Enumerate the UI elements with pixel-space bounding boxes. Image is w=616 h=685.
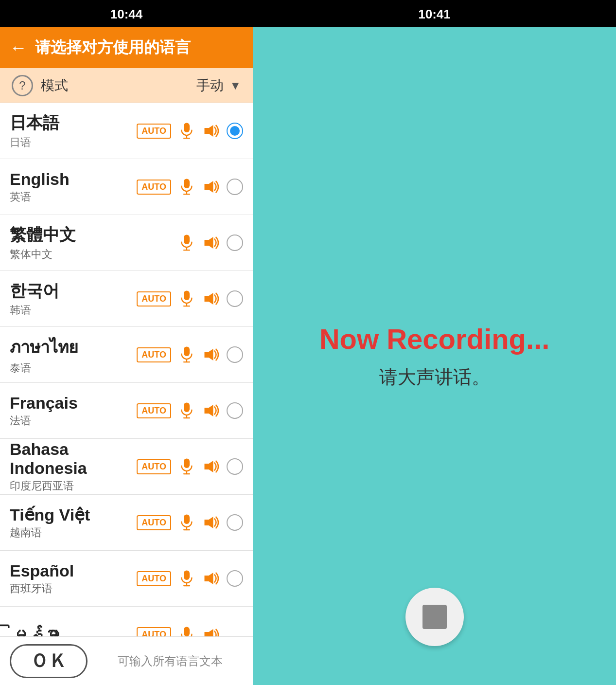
lang-name-block: 日本語 日语 (10, 112, 137, 150)
mic-icon[interactable] (178, 290, 195, 307)
back-button[interactable]: ← (10, 37, 27, 58)
mic-icon[interactable] (178, 626, 195, 637)
lang-controls: AUTO (137, 178, 243, 196)
lang-name-main: 한국어 (10, 280, 137, 302)
list-item[interactable]: Español 西班牙语 AUTO (0, 551, 253, 607)
radio-button[interactable] (227, 346, 243, 363)
list-item[interactable]: 한국어 韩语 AUTO (0, 271, 253, 327)
speaker-icon[interactable] (202, 458, 220, 475)
radio-button[interactable] (227, 179, 243, 195)
radio-button[interactable] (227, 290, 243, 307)
radio-button[interactable] (227, 234, 243, 251)
lang-name-block: English 英语 (10, 170, 137, 204)
recording-area: Now Recording... 请大声讲话。 (253, 27, 616, 685)
mic-icon[interactable] (178, 570, 195, 587)
speaker-icon[interactable] (202, 178, 220, 196)
right-panel: 10:41 Now Recording... 请大声讲话。 (253, 0, 616, 685)
lang-name-sub: 日语 (10, 135, 137, 150)
svg-rect-36 (184, 627, 190, 636)
mic-icon[interactable] (178, 402, 195, 419)
bottom-hint: 可输入所有语言文本 (88, 653, 253, 669)
status-bar-left: 10:44 (0, 0, 253, 27)
list-item[interactable]: ภาษาไทย 泰语 AUTO (0, 327, 253, 383)
lang-name-block: ภาษาไทย 泰语 (10, 334, 137, 376)
lang-name-main: Tiếng Việt (10, 505, 137, 524)
app-header: ← 请选择对方使用的语言 (0, 27, 253, 68)
lang-name-sub: 韩语 (10, 303, 137, 318)
recording-subtitle: 请大声讲话。 (379, 365, 490, 390)
speaker-icon[interactable] (202, 122, 220, 140)
list-item[interactable]: Français 法语 AUTO (0, 383, 253, 439)
radio-button[interactable] (227, 514, 243, 531)
lang-name-block: Español 西班牙语 (10, 561, 137, 596)
ok-button[interactable]: ＯＫ (10, 644, 88, 678)
mic-icon[interactable] (178, 514, 195, 531)
speaker-icon[interactable] (202, 514, 220, 531)
mode-dropdown-arrow[interactable]: ▼ (229, 79, 241, 92)
lang-name-main: မြန်မာ (10, 625, 137, 636)
mic-icon[interactable] (178, 346, 195, 363)
lang-controls: AUTO (137, 290, 243, 307)
auto-badge: AUTO (137, 291, 171, 306)
mode-bar: ? 模式 手动 ▼ (0, 68, 253, 103)
auto-badge: AUTO (137, 180, 171, 195)
lang-name-main: Español (10, 561, 137, 580)
bottom-bar: ＯＫ 可输入所有语言文本 (0, 636, 253, 685)
lang-name-sub: 法语 (10, 414, 137, 428)
speaker-icon[interactable] (202, 402, 220, 419)
radio-button[interactable] (227, 123, 243, 139)
speaker-icon[interactable] (202, 570, 220, 587)
auto-badge: AUTO (137, 403, 171, 418)
lang-name-main: English (10, 170, 137, 189)
auto-badge: AUTO (137, 347, 171, 362)
list-item[interactable]: မြန်မာ AUTO (0, 607, 253, 636)
svg-rect-28 (184, 515, 190, 524)
list-item[interactable]: 繁體中文 繁体中文 (0, 215, 253, 271)
mode-help-icon[interactable]: ? (12, 75, 33, 96)
auto-badge: AUTO (137, 515, 171, 530)
lang-name-block: 繁體中文 繁体中文 (10, 224, 178, 262)
list-item[interactable]: 日本語 日语 AUTO (0, 103, 253, 159)
stop-square-icon (422, 605, 447, 629)
svg-rect-12 (184, 291, 190, 301)
lang-name-main: Bahasa Indonesia (10, 440, 137, 478)
radio-button[interactable] (227, 402, 243, 419)
list-item[interactable]: English 英语 AUTO (0, 159, 253, 215)
list-item[interactable]: Bahasa Indonesia 印度尼西亚语 AUTO (0, 439, 253, 495)
svg-rect-32 (184, 571, 190, 580)
lang-name-block: Tiếng Việt 越南语 (10, 505, 137, 540)
svg-rect-4 (184, 179, 190, 189)
mode-label: 模式 (41, 76, 196, 95)
list-item[interactable]: Tiếng Việt 越南语 AUTO (0, 495, 253, 551)
lang-controls: AUTO (137, 514, 243, 531)
radio-button[interactable] (227, 458, 243, 475)
header-title: 请选择对方使用的语言 (35, 37, 191, 58)
language-list: 日本語 日语 AUTO (0, 103, 253, 636)
radio-button[interactable] (227, 570, 243, 587)
speaker-icon[interactable] (202, 290, 220, 307)
mic-icon[interactable] (178, 458, 195, 475)
svg-marker-23 (205, 405, 213, 416)
speaker-icon[interactable] (202, 626, 220, 637)
lang-controls: AUTO (137, 626, 243, 637)
right-time: 10:41 (418, 7, 451, 22)
lang-name-sub: 繁体中文 (10, 247, 178, 262)
lang-name-main: 日本語 (10, 112, 137, 134)
speaker-icon[interactable] (202, 234, 220, 252)
svg-rect-8 (184, 235, 190, 245)
stop-button[interactable] (405, 588, 464, 646)
mic-icon[interactable] (178, 234, 195, 252)
svg-rect-16 (184, 347, 190, 357)
left-panel: 10:44 ← 请选择对方使用的语言 ? 模式 手动 ▼ 日本語 日语 AUTO (0, 0, 253, 685)
mic-icon[interactable] (178, 122, 195, 140)
lang-name-sub: 英语 (10, 190, 137, 204)
mic-icon[interactable] (178, 178, 195, 196)
svg-marker-27 (205, 461, 213, 472)
auto-badge: AUTO (137, 627, 171, 636)
lang-name-sub: 泰语 (10, 361, 137, 376)
speaker-icon[interactable] (202, 346, 220, 363)
lang-controls: AUTO (137, 346, 243, 363)
svg-marker-15 (205, 293, 213, 305)
svg-marker-19 (205, 349, 213, 361)
svg-marker-35 (205, 573, 213, 584)
